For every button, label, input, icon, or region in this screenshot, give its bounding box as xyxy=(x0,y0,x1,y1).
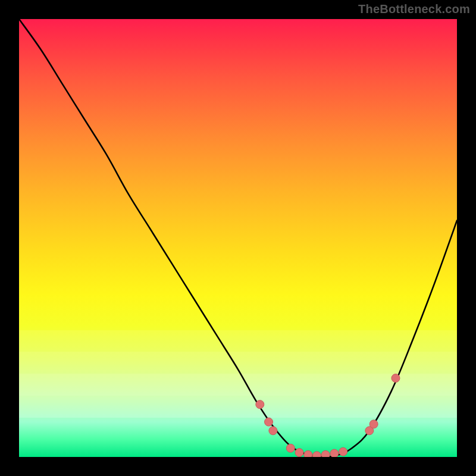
data-marker xyxy=(321,450,330,457)
data-marker xyxy=(392,374,400,383)
data-marker xyxy=(256,400,264,409)
attribution-text: TheBottleneck.com xyxy=(358,2,470,16)
data-marker xyxy=(312,452,321,457)
data-marker xyxy=(369,420,378,428)
data-marker xyxy=(265,418,273,426)
bottleneck-curve xyxy=(19,19,457,457)
data-marker xyxy=(269,427,277,435)
curve-svg xyxy=(19,19,457,457)
data-marker xyxy=(339,447,347,456)
data-marker xyxy=(330,449,339,457)
data-marker xyxy=(286,444,295,452)
chart-frame: TheBottleneck.com xyxy=(0,0,476,476)
plot-area xyxy=(19,19,457,457)
data-marker xyxy=(295,449,303,457)
data-marker xyxy=(304,450,312,457)
